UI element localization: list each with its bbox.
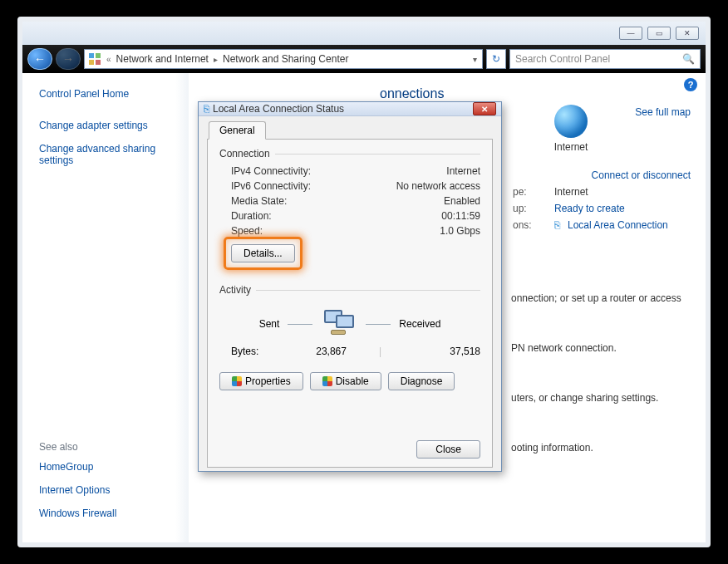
see-also-homegroup[interactable]: HomeGroup bbox=[39, 461, 179, 473]
see-also-windows-firewall[interactable]: Windows Firewall bbox=[39, 508, 179, 519]
duration-value: 00:11:59 bbox=[441, 210, 480, 222]
dialog-title: Local Area Connection Status bbox=[213, 103, 344, 115]
group-activity-title: Activity bbox=[219, 284, 251, 296]
dialog-close-button[interactable]: ✕ bbox=[473, 102, 496, 115]
shield-icon bbox=[322, 376, 332, 386]
navigation-bar: ← → « Network and Internet ▸ Network and… bbox=[22, 45, 706, 73]
svg-rect-3 bbox=[96, 60, 101, 65]
network-activity-icon bbox=[321, 308, 357, 340]
ipv4-key: IPv4 Connectivity: bbox=[231, 165, 311, 177]
ipv6-value: No network access bbox=[396, 180, 480, 192]
sent-label: Sent bbox=[259, 318, 280, 330]
disable-button[interactable]: Disable bbox=[310, 372, 381, 390]
info-group-key: up: bbox=[513, 203, 554, 214]
connection-status-dialog: ⎘ Local Area Connection Status ✕ General… bbox=[198, 101, 502, 472]
back-button[interactable]: ← bbox=[27, 48, 52, 70]
help-icon[interactable]: ? bbox=[684, 78, 697, 91]
text-line: ooting information. bbox=[511, 442, 686, 454]
media-state-value: Enabled bbox=[444, 195, 480, 207]
breadcrumb-item[interactable]: Network and Sharing Center bbox=[223, 53, 348, 65]
sidebar-link-adapter[interactable]: Change adapter settings bbox=[39, 120, 179, 131]
connection-info: pe: Internet up: Ready to create ons: ⎘L… bbox=[513, 186, 687, 236]
speed-value: 1.0 Gbps bbox=[440, 225, 480, 237]
connection-icon: ⎘ bbox=[204, 103, 209, 115]
globe-icon bbox=[554, 105, 588, 138]
duration-key: Duration: bbox=[231, 210, 272, 222]
search-icon: 🔍 bbox=[682, 53, 695, 65]
breadcrumb-item[interactable]: Network and Internet bbox=[116, 53, 209, 65]
bytes-label: Bytes: bbox=[231, 346, 258, 357]
refresh-button[interactable]: ↻ bbox=[486, 49, 506, 69]
info-connections-key: ons: bbox=[513, 219, 554, 231]
details-button[interactable]: Details... bbox=[231, 244, 295, 262]
bytes-sent-value: 23,867 bbox=[280, 346, 347, 357]
see-full-map-link[interactable]: See full map bbox=[635, 106, 691, 118]
control-panel-icon bbox=[88, 52, 101, 66]
network-item-internet[interactable]: Internet bbox=[538, 105, 604, 153]
activity-line bbox=[288, 324, 312, 325]
chevron-right-icon: ▸ bbox=[212, 55, 219, 64]
sidebar-home-link[interactable]: Control Panel Home bbox=[39, 88, 179, 100]
see-also-title: See also bbox=[39, 441, 179, 453]
tab-general[interactable]: General bbox=[209, 121, 266, 140]
search-placeholder: Search Control Panel bbox=[515, 53, 610, 65]
section-heading: onnections bbox=[380, 86, 691, 101]
svg-rect-1 bbox=[96, 53, 101, 58]
info-connection-link[interactable]: ⎘Local Area Connection bbox=[554, 219, 668, 231]
address-dropdown-icon[interactable]: ▾ bbox=[471, 55, 479, 64]
main-body-text: onnection; or set up a router or access … bbox=[511, 292, 686, 492]
info-type-key: pe: bbox=[513, 186, 554, 198]
connect-disconnect-link[interactable]: Connect or disconnect bbox=[592, 169, 691, 181]
group-connection-title: Connection bbox=[219, 148, 270, 159]
dialog-body: General Connection IPv4 Connectivity:Int… bbox=[199, 116, 501, 476]
sidebar: Control Panel Home Change adapter settin… bbox=[22, 73, 189, 542]
ipv4-value: Internet bbox=[446, 165, 480, 177]
search-input[interactable]: Search Control Panel 🔍 bbox=[509, 49, 701, 69]
window-close-button[interactable]: ✕ bbox=[676, 27, 699, 40]
minimize-button[interactable]: — bbox=[619, 27, 642, 40]
bytes-received-value: 37,518 bbox=[414, 346, 480, 357]
sidebar-link-advanced-sharing[interactable]: Change advanced sharing settings bbox=[39, 143, 179, 166]
ipv6-key: IPv6 Connectivity: bbox=[231, 180, 311, 192]
see-also-internet-options[interactable]: Internet Options bbox=[39, 484, 179, 496]
activity-graphic: Sent Received bbox=[219, 304, 480, 344]
forward-button[interactable]: → bbox=[56, 48, 81, 70]
maximize-button[interactable]: ▭ bbox=[647, 27, 671, 40]
media-state-key: Media State: bbox=[231, 195, 287, 207]
close-button[interactable]: Close bbox=[416, 440, 480, 459]
network-label: Internet bbox=[538, 141, 604, 153]
chevron-left-icon: « bbox=[105, 55, 113, 64]
text-line: uters, or change sharing settings. bbox=[511, 392, 686, 404]
activity-line bbox=[366, 324, 391, 325]
text-line: PN network connection. bbox=[511, 342, 686, 354]
properties-button[interactable]: Properties bbox=[219, 372, 303, 390]
info-group-link[interactable]: Ready to create bbox=[554, 203, 625, 214]
diagnose-button[interactable]: Diagnose bbox=[388, 372, 455, 390]
shield-icon bbox=[232, 376, 242, 386]
text-line: onnection; or set up a router or access bbox=[511, 292, 686, 304]
received-label: Received bbox=[399, 318, 440, 330]
ethernet-icon: ⎘ bbox=[554, 219, 566, 231]
address-bar[interactable]: « Network and Internet ▸ Network and Sha… bbox=[84, 49, 483, 69]
dialog-titlebar[interactable]: ⎘ Local Area Connection Status ✕ bbox=[199, 102, 501, 116]
svg-rect-0 bbox=[89, 53, 94, 58]
window-caption: — ▭ ✕ bbox=[22, 22, 706, 45]
tab-page: Connection IPv4 Connectivity:Internet IP… bbox=[207, 139, 493, 468]
svg-rect-2 bbox=[89, 60, 94, 65]
info-type-value: Internet bbox=[554, 186, 588, 198]
speed-key: Speed: bbox=[231, 225, 263, 237]
